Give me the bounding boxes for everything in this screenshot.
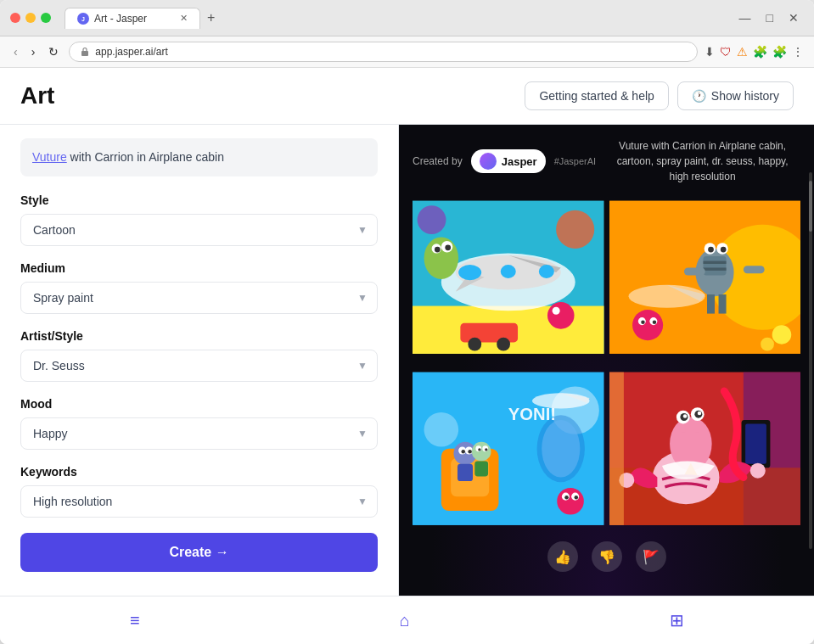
svg-point-72: [564, 495, 569, 499]
generated-image-3[interactable]: YONI!: [413, 366, 604, 532]
svg-rect-57: [458, 463, 473, 480]
create-btn[interactable]: Create →: [20, 533, 378, 572]
svg-point-21: [497, 338, 510, 351]
download-icon[interactable]: ⬇: [705, 45, 715, 59]
extension-icon-2[interactable]: 🧩: [772, 45, 787, 59]
menu-icon[interactable]: ⋮: [792, 45, 804, 59]
jasper-tag: #JasperAI: [554, 156, 597, 166]
svg-point-45: [772, 325, 791, 344]
getting-started-btn[interactable]: Getting started & help: [525, 81, 668, 110]
mood-select-wrapper: Happy Sad Dramatic Mysterious Energetic …: [20, 417, 378, 450]
image-description: Vuture with Carrion in Airplane cabin, c…: [604, 138, 800, 184]
close-window-btn[interactable]: [10, 13, 20, 23]
url-text: app.jasper.ai/art: [95, 46, 167, 58]
svg-point-67: [532, 393, 590, 408]
svg-point-18: [553, 307, 560, 315]
svg-rect-36: [683, 267, 705, 275]
tab-favicon: J: [77, 13, 89, 25]
svg-point-16: [445, 244, 451, 250]
style-select[interactable]: Cartoon Realistic Abstract Watercolor Oi…: [20, 214, 378, 246]
tab-title: Art - Jasper: [94, 13, 147, 25]
artist-select[interactable]: Dr. Seuss Picasso Van Gogh Banksy Monet: [20, 350, 378, 382]
svg-point-44: [652, 320, 656, 324]
keywords-select[interactable]: High resolution 4K Detailed Vivid Cinema…: [20, 485, 378, 518]
maximize-btn[interactable]: □: [761, 9, 778, 26]
reload-btn[interactable]: ↻: [45, 43, 62, 60]
svg-rect-37: [743, 266, 764, 273]
generated-image-2[interactable]: [609, 194, 801, 361]
jasper-logo-icon: [480, 153, 497, 170]
mood-select[interactable]: Happy Sad Dramatic Mysterious Energetic: [20, 417, 378, 450]
mood-section: Mood Happy Sad Dramatic Mysterious Energ…: [20, 397, 378, 450]
svg-rect-28: [703, 261, 726, 264]
svg-point-69: [557, 487, 584, 514]
svg-point-87: [682, 414, 687, 418]
browser-tab[interactable]: J Art - Jasper ✕: [65, 8, 200, 29]
keywords-section: Keywords High resolution 4K Detailed Viv…: [20, 465, 378, 518]
forward-btn[interactable]: ›: [28, 43, 39, 60]
close-btn[interactable]: ✕: [783, 9, 804, 26]
mood-label: Mood: [20, 397, 378, 411]
lock-icon: [80, 47, 90, 57]
generated-image-4[interactable]: [609, 366, 801, 532]
created-by-row: Created by Jasper #JasperAI Vuture with …: [413, 138, 800, 184]
warning-icon[interactable]: ⚠: [737, 45, 748, 59]
medium-select[interactable]: Spray paint Pencil Oil paint Digital Wat…: [20, 282, 378, 314]
svg-rect-78: [745, 423, 766, 463]
prompt-link[interactable]: Vuture: [32, 150, 67, 164]
svg-point-73: [575, 495, 579, 499]
svg-rect-2: [81, 51, 88, 56]
svg-point-58: [472, 441, 491, 461]
page-title: Art: [20, 82, 54, 109]
bottom-nav: ≡ ⌂ ⊞: [0, 596, 814, 644]
left-panel: Vuture with Carrion in Airplane cabin St…: [0, 125, 399, 596]
tabs-bar: J Art - Jasper ✕ +: [65, 7, 721, 29]
browser-icons: ⬇ 🛡 ⚠ 🧩 🧩 ⋮: [705, 45, 804, 59]
jasper-logo: Jasper: [471, 149, 546, 173]
new-tab-btn[interactable]: +: [204, 7, 218, 29]
prompt-area[interactable]: Vuture with Carrion in Airplane cabin: [20, 138, 378, 176]
address-bar: ‹ › ↻ app.jasper.ai/art ⬇ 🛡 ⚠ 🧩 🧩 ⋮: [0, 36, 814, 68]
history-label: Show history: [711, 89, 779, 103]
app-content: Art Getting started & help 🕐 Show histor…: [0, 68, 814, 644]
medium-select-wrapper: Spray paint Pencil Oil paint Digital Wat…: [20, 282, 378, 314]
minimize-btn[interactable]: —: [734, 9, 756, 26]
back-btn[interactable]: ‹: [10, 43, 21, 60]
svg-point-20: [468, 338, 481, 351]
maximize-window-btn[interactable]: [41, 13, 51, 23]
svg-point-22: [556, 210, 594, 249]
svg-text:J: J: [81, 16, 85, 22]
grid-nav-btn[interactable]: ⊞: [649, 603, 705, 637]
svg-point-9: [458, 265, 481, 280]
like-btn[interactable]: 👍: [547, 541, 578, 572]
svg-point-91: [749, 462, 765, 478]
dislike-btn[interactable]: 👎: [592, 541, 622, 572]
artist-select-wrapper: Dr. Seuss Picasso Van Gogh Banksy Monet …: [20, 350, 378, 382]
style-label: Style: [20, 193, 378, 207]
extension-icon-1[interactable]: 🧩: [753, 45, 767, 59]
home-nav-btn[interactable]: ⌂: [379, 604, 430, 637]
header-actions: Getting started & help 🕐 Show history: [525, 81, 794, 110]
flag-btn[interactable]: 🚩: [636, 541, 666, 572]
keywords-select-wrapper: High resolution 4K Detailed Vivid Cinema…: [20, 485, 378, 518]
tab-close-btn[interactable]: ✕: [180, 13, 188, 24]
svg-point-23: [418, 205, 446, 234]
window-btns: — □ ✕: [734, 9, 804, 26]
menu-nav-btn[interactable]: ≡: [109, 604, 160, 637]
keywords-label: Keywords: [20, 465, 378, 479]
panel-inner: Created by Jasper #JasperAI Vuture with …: [399, 125, 814, 596]
svg-point-46: [761, 338, 774, 351]
medium-label: Medium: [20, 261, 378, 275]
address-input[interactable]: app.jasper.ai/art: [69, 42, 698, 62]
window-controls: [10, 13, 51, 23]
shield-icon[interactable]: 🛡: [720, 45, 732, 59]
action-row: 👍 👎 🚩: [413, 531, 800, 582]
style-section: Style Cartoon Realistic Abstract Waterco…: [20, 193, 378, 246]
svg-rect-35: [718, 294, 726, 314]
minimize-window-btn[interactable]: [25, 13, 36, 23]
show-history-btn[interactable]: 🕐 Show history: [677, 81, 794, 110]
artist-label: Artist/Style: [20, 329, 378, 343]
title-bar: J Art - Jasper ✕ + — □ ✕: [0, 0, 814, 36]
svg-point-11: [539, 265, 554, 278]
generated-image-1[interactable]: [413, 194, 604, 361]
